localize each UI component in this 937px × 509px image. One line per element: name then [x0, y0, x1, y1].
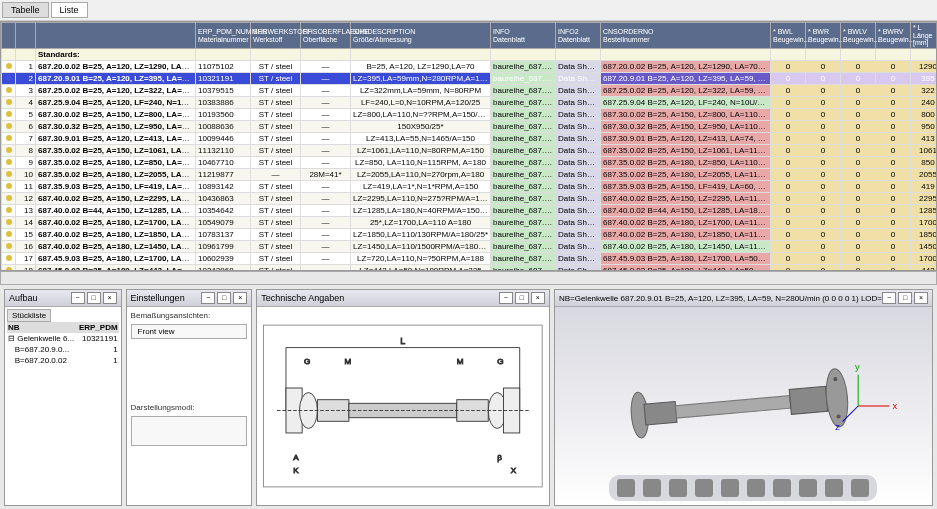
- viewer-toolbar: [609, 475, 877, 501]
- horizontal-scrollbar[interactable]: [0, 271, 937, 285]
- panel-technische-angaben: Technische Angaben −□× L G M M G: [256, 289, 550, 506]
- close-icon[interactable]: ×: [914, 292, 928, 304]
- svg-rect-24: [789, 386, 828, 414]
- display-mode-preview[interactable]: [131, 416, 248, 446]
- svg-text:L: L: [401, 336, 406, 346]
- col-bwl: * BWLBeugewin...: [771, 23, 806, 49]
- tool-icon[interactable]: [851, 479, 869, 497]
- svg-text:A: A: [293, 453, 299, 462]
- svg-text:β: β: [497, 453, 502, 462]
- technical-drawing[interactable]: L G M M G A β X K: [257, 307, 549, 505]
- table-row[interactable]: 14687.40.0.02 B=25, A=180, LZ=1700, LA=1…: [2, 217, 938, 229]
- table-row[interactable]: 1687.20.0.02 B=25, A=120, LZ=1290, LA=70…: [2, 61, 938, 73]
- panel-3d-viewer: NB=Gelenkwelle 687.20.9.01 B=25, A=120, …: [554, 289, 933, 506]
- svg-text:G: G: [497, 357, 503, 366]
- table-row[interactable]: 4687.25.9.04 B=25, A=120, LF=240, N=10U/…: [2, 97, 938, 109]
- svg-text:X: X: [511, 466, 517, 475]
- col-l: * LLänge [mm]: [911, 23, 938, 49]
- col-bwlv: * BWLVBeugewin...: [841, 23, 876, 49]
- close-icon[interactable]: ×: [531, 292, 545, 304]
- tree-item[interactable]: B=687.20.0.021: [7, 355, 119, 366]
- maximize-icon[interactable]: □: [898, 292, 912, 304]
- tab-liste[interactable]: Liste: [51, 2, 88, 18]
- table-row[interactable]: 13687.40.0.02 B=44, A=150, LZ=1285, LA=1…: [2, 205, 938, 217]
- table-row[interactable]: 3687.25.0.02 B=25, A=120, LZ=322, LA=59,…: [2, 85, 938, 97]
- svg-text:G: G: [304, 357, 310, 366]
- table-row[interactable]: 11687.35.9.03 B=25, A=150, LF=419, LA=60…: [2, 181, 938, 193]
- table-row[interactable]: 9687.35.0.02 B=25, A=180, LZ=850, LA=110…: [2, 157, 938, 169]
- col-info2: INFO2Datenblatt: [556, 23, 601, 49]
- tree-item[interactable]: B=687.20.9.0...1: [7, 344, 119, 355]
- table-row[interactable]: 5687.30.0.02 B=25, A=150, LZ=800, LA=110…: [2, 109, 938, 121]
- svg-text:M: M: [345, 357, 352, 366]
- svg-rect-22: [644, 402, 677, 425]
- minimize-icon[interactable]: −: [882, 292, 896, 304]
- table-row[interactable]: 12687.40.0.02 B=25, A=150, LZ=2295, LA=1…: [2, 193, 938, 205]
- panel-einstellungen: Einstellungen −□× Bemaßungsansichten: Fr…: [126, 289, 253, 506]
- panel-aufbau: Aufbau −□× Stückliste NBERP_PDM ⊟ Gelenk…: [4, 289, 122, 506]
- svg-text:K: K: [293, 466, 299, 475]
- table-row[interactable]: 17687.45.9.03 B=25, A=180, LZ=1700, LA=5…: [2, 253, 938, 265]
- col-bwr: * BWRBeugewin...: [806, 23, 841, 49]
- svg-text:x: x: [892, 401, 897, 411]
- maximize-icon[interactable]: □: [217, 292, 231, 304]
- tool-icon[interactable]: [773, 479, 791, 497]
- svg-point-10: [300, 393, 318, 429]
- tool-icon[interactable]: [695, 479, 713, 497]
- table-row[interactable]: 8687.35.0.02 B=25, A=150, LZ=1061, LA=11…: [2, 145, 938, 157]
- minimize-icon[interactable]: −: [71, 292, 85, 304]
- tool-icon[interactable]: [617, 479, 635, 497]
- close-icon[interactable]: ×: [103, 292, 117, 304]
- table-row[interactable]: 2687.20.9.01 B=25, A=120, LZ=395, LA=59,…: [2, 73, 938, 85]
- tab-tabelle[interactable]: Tabelle: [2, 2, 49, 18]
- table-row[interactable]: 7687.30.9.01 B=25, A=120, LZ=413, LA=74,…: [2, 133, 938, 145]
- col-info: INFODatenblatt: [491, 23, 556, 49]
- svg-text:M: M: [457, 357, 464, 366]
- minimize-icon[interactable]: −: [201, 292, 215, 304]
- tool-icon[interactable]: [721, 479, 739, 497]
- tool-icon[interactable]: [799, 479, 817, 497]
- tool-icon[interactable]: [643, 479, 661, 497]
- col-ws: SHSWERKSTOFFWerkstoff: [251, 23, 301, 49]
- tree-item[interactable]: ⊟ Gelenkwelle 6...10321191: [7, 333, 119, 344]
- col-cns: CNSORDERNOBestellnummer: [601, 23, 771, 49]
- svg-text:y: y: [855, 362, 860, 372]
- subtab-stueckliste[interactable]: Stückliste: [7, 309, 51, 322]
- data-table: ERP_PDM_NUMMERMaterialnummer SHSWERKSTOF…: [1, 22, 937, 271]
- tool-icon[interactable]: [669, 479, 687, 497]
- minimize-icon[interactable]: −: [499, 292, 513, 304]
- front-view-option[interactable]: Front view: [131, 324, 248, 339]
- tool-icon[interactable]: [747, 479, 765, 497]
- table-row[interactable]: 10687.35.0.02 B=25, A=180, LZ=2055, LA=1…: [2, 169, 938, 181]
- data-table-area[interactable]: ERP_PDM_NUMMERMaterialnummer SHSWERKSTOF…: [0, 21, 937, 271]
- table-row[interactable]: 15687.40.0.02 B=25, A=180, LZ=1850, LA=1…: [2, 229, 938, 241]
- bottom-panels: Aufbau −□× Stückliste NBERP_PDM ⊟ Gelenk…: [0, 285, 937, 509]
- table-row[interactable]: 16687.40.0.02 B=25, A=180, LZ=1450, LA=1…: [2, 241, 938, 253]
- svg-rect-23: [675, 396, 790, 418]
- maximize-icon[interactable]: □: [515, 292, 529, 304]
- tool-icon[interactable]: [825, 479, 843, 497]
- col-shs: SHSDESCRIPTIONGröße/Abmessung: [351, 23, 491, 49]
- svg-text:z: z: [835, 422, 840, 432]
- table-row[interactable]: 6687.30.0.32 B=25, A=150, LZ=950, LA=110…: [2, 121, 938, 133]
- top-tabs: Tabelle Liste: [0, 0, 937, 21]
- col-ob: SHSOBERFLAECHEOberfläche: [301, 23, 351, 49]
- 3d-viewport[interactable]: x y z: [555, 307, 932, 505]
- maximize-icon[interactable]: □: [87, 292, 101, 304]
- col-bwrv: * BWRVBeugewin...: [876, 23, 911, 49]
- close-icon[interactable]: ×: [233, 292, 247, 304]
- col-erp: ERP_PDM_NUMMERMaterialnummer: [196, 23, 251, 49]
